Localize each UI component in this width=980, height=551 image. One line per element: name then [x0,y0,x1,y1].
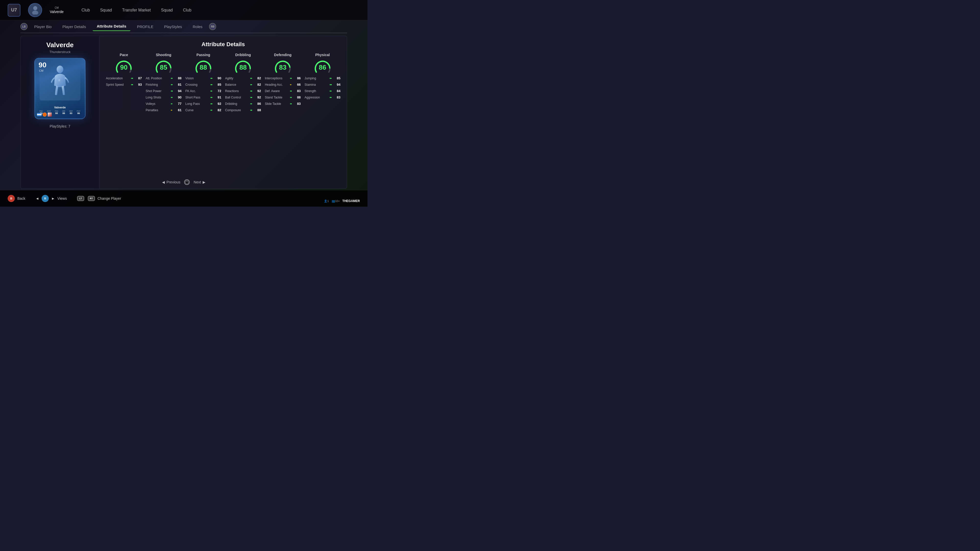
tab-attribute-details[interactable]: Attribute Details [93,22,130,31]
attr-row-physical-3: Aggression 83 [304,95,340,99]
league-badge [43,113,47,117]
change-player-button[interactable]: LT RT Change Player [77,196,121,201]
attr-row-shooting-3: Long Shots 90 [146,95,182,99]
b-button-icon: B [8,195,15,202]
attr-row-passing-3: Short Pass 91 [185,95,221,99]
country-flag [37,113,41,116]
attr-bar-container-passing-5 [210,110,213,111]
attr-bar-physical-1 [329,84,331,85]
attr-row-passing-5: Curve 82 [185,108,221,112]
attr-name-pace-0: Acceleration [106,76,129,80]
attr-row-pace-0: Acceleration 87 [106,76,142,80]
attr-value-shooting-4: 77 [175,102,181,106]
attr-list-shooting: Att. Position 88 Finishing 81 Shot Power… [146,76,182,114]
back-button[interactable]: B Back [8,195,25,202]
attr-row-passing-2: FK Acc. 72 [185,89,221,93]
attr-value-shooting-2: 94 [175,89,181,93]
gauge-value-defending: 83 [271,64,294,71]
attr-bar-container-physical-3 [329,97,332,98]
category-name-physical: Physical [315,53,330,57]
attr-name-shooting-0: Att. Position [146,76,169,80]
nav-player-name: Valverde [50,10,64,14]
gauge-defending: 83 [271,59,294,74]
card-stat-dri: DRI 88 [62,110,65,114]
r-button-icon: R [41,195,49,202]
attr-bar-container-physical-0 [329,78,332,79]
tab-navigation: LB Player Bio Player Details Attribute D… [21,21,347,33]
attr-name-shooting-5: Penalties [146,108,169,112]
pas-value: 88 [55,112,59,114]
tab-profile[interactable]: PROFILE [133,22,158,31]
attr-value-physical-1: 94 [334,83,340,86]
nav-link-squad2[interactable]: Squad [161,8,173,13]
tab-player-bio[interactable]: Player Bio [30,22,56,31]
attr-bar-container-shooting-2 [171,91,173,92]
top-navigation: U7 CM Valverde Club Squad Transfer Marke… [0,0,368,21]
app-logo: U7 [8,4,21,17]
attr-name-shooting-2: Shot Power [146,89,169,93]
card-player-figure: 8 [40,62,80,100]
svg-point-0 [33,6,37,10]
nav-link-transfer[interactable]: Transfer Market [122,8,151,13]
player-name: Valverde [46,41,74,49]
attr-bar-shooting-1 [171,84,172,85]
attr-name-passing-4: Long Pass [185,102,208,106]
attr-row-shooting-4: Volleys 77 [146,102,182,106]
attr-name-dribbling-2: Reactions [225,89,248,93]
attr-bar-container-passing-1 [210,84,213,85]
nav-link-club2[interactable]: Club [183,8,191,13]
attribute-details-title: Attribute Details [106,41,340,48]
attr-name-defending-2: Def. Aware [265,89,288,93]
prev-next-nav: ◀ Previous ◉ Next ▶ [162,179,205,185]
attr-row-shooting-1: Finishing 81 [146,83,182,86]
attr-name-defending-3: Stand Tackle [265,96,288,99]
attr-list-physical: Jumping 85 Stamina 94 Strength 84 Aggres… [304,76,340,102]
attr-bar-container-defending-4 [290,103,292,104]
attr-category-physical: Physical 86 Jumping 85 Stamina 94 Streng… [304,53,340,114]
previous-button[interactable]: ◀ Previous [162,180,180,184]
attr-bar-container-defending-0 [290,78,292,79]
attr-bar-passing-1 [210,84,212,85]
dri-label: DRI [62,110,65,112]
attr-name-dribbling-4: Dribbling [225,102,248,106]
tab-playstyles[interactable]: PlayStyles [160,22,186,31]
gauge-value-shooting: 85 [152,64,175,71]
attr-bar-defending-4 [290,103,292,104]
attr-bar-defending-3 [290,97,292,98]
attr-row-defending-0: Interceptions 86 [265,76,301,80]
attr-name-physical-2: Strength [304,89,328,93]
attr-row-passing-4: Long Pass 92 [185,102,221,106]
views-button[interactable]: ◄ R ► Views [35,195,67,202]
attr-name-physical-3: Aggression [304,96,328,99]
attr-value-dribbling-3: 92 [255,95,261,99]
attr-value-passing-2: 72 [215,89,221,93]
group-count-icon: 👥10+ [331,200,340,203]
attr-row-dribbling-2: Reactions 92 [225,89,261,93]
attr-row-shooting-5: Penalties 61 [146,108,182,112]
svg-point-1 [32,11,38,14]
tab-roles[interactable]: Roles [189,22,207,31]
gauge-value-physical: 86 [311,64,334,71]
next-button[interactable]: Next ▶ [194,180,205,184]
attr-bar-dribbling-4 [250,103,252,104]
attr-value-shooting-0: 88 [175,76,181,80]
attr-category-defending: Defending 83 Interceptions 86 Heading Ac… [265,53,301,114]
attr-value-passing-4: 92 [215,102,221,106]
attr-name-defending-0: Interceptions [265,76,288,80]
attr-bar-container-passing-4 [210,103,213,104]
next-label: Next [194,180,201,184]
attr-row-dribbling-3: Ball Control 92 [225,95,261,99]
attr-bar-container-passing-0 [210,78,213,79]
attr-name-passing-1: Crossing [185,83,208,86]
nav-link-club[interactable]: Club [81,8,90,13]
tab-player-details[interactable]: Player Details [58,22,90,31]
back-label: Back [18,197,25,200]
attr-row-dribbling-4: Dribbling 86 [225,102,261,106]
attr-value-dribbling-0: 82 [255,76,261,80]
attr-bar-container-defending-2 [290,91,292,92]
nav-link-squad[interactable]: Squad [100,8,112,13]
gauge-pace: 90 [112,59,135,74]
player-card: 90 CM [35,58,86,119]
attr-name-shooting-4: Volleys [146,102,169,106]
card-stat-pas: PAS 88 [55,110,59,114]
